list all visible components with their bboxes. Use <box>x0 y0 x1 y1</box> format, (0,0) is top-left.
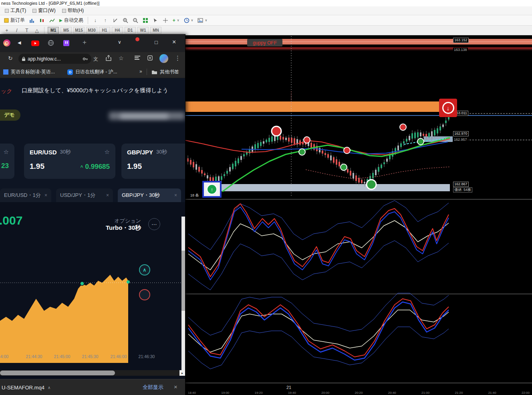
share-icon[interactable] <box>106 55 111 61</box>
instagram-tab-icon[interactable] <box>3 39 10 47</box>
translate-icon[interactable]: 文 <box>93 56 98 63</box>
new-tab-button[interactable]: + <box>83 38 87 47</box>
close-tab-icon[interactable]: × <box>171 192 177 198</box>
toolbar-separator <box>88 17 88 24</box>
cross-tool-button[interactable]: + <box>2 26 11 34</box>
candle-chart-button[interactable] <box>38 16 46 24</box>
time-tick: 20:20 <box>355 391 363 395</box>
favorite-star-icon[interactable]: ☆ <box>4 148 9 156</box>
time-tick: 21:44:30 <box>26 354 42 359</box>
bookmarks-overflow-chevron[interactable]: » <box>139 69 142 74</box>
demo-mode-badge: デモ <box>0 109 20 121</box>
other-bookmarks-folder[interactable]: 其他书签 <box>151 69 179 75</box>
tile-windows-button[interactable] <box>141 16 150 24</box>
guppy-indicator-label[interactable]: guppy OFF <box>247 39 282 47</box>
scale-tool-button[interactable] <box>111 16 120 24</box>
price-label: 162.867 <box>453 182 469 187</box>
arrow-down-tool-button[interactable]: ↓ <box>91 16 100 24</box>
highlow-app-content: ック 口座開設をして、¥5000のキャッシュバックを獲得しよう デモ ☆ 23 … <box>0 78 185 379</box>
close-shelf-button[interactable]: × <box>174 383 177 390</box>
timeframe-m1[interactable]: M1 <box>48 27 59 34</box>
auto-trading-button[interactable]: ▶ 自动交易 <box>58 16 85 24</box>
period-button[interactable]: ∨ <box>182 16 195 24</box>
scroll-up-button[interactable]: ∧ <box>139 264 150 275</box>
mt4-chart-area[interactable]: guppy OFF 163.152 163.138 163.011 162.97… <box>185 35 532 395</box>
menu-tools[interactable]: 工具(T) <box>2 6 28 15</box>
instrument-card-gbpjpy[interactable]: GBP/JPY 30秒 1.95 ^16 <box>121 144 185 179</box>
option-type-label: Turbo・30秒 <box>72 224 141 232</box>
scroll-down-button[interactable] <box>139 289 150 300</box>
arrow-down-tool-icon: ↓ <box>94 18 97 23</box>
card-duration: 30秒 <box>60 148 71 156</box>
right-arrow-icon: ▸ <box>181 371 183 375</box>
horizontal-scrollbar[interactable] <box>0 370 179 376</box>
dropdown-chevron-icon: ∨ <box>205 18 207 22</box>
password-key-icon[interactable] <box>83 57 88 61</box>
time-tick: 20:00 <box>321 391 329 395</box>
chart-tab-eurusd[interactable]: EUR/USD・1分× <box>0 188 51 202</box>
timeframe-m30[interactable]: M30 <box>86 27 97 34</box>
add-indicator-button[interactable]: +∨ <box>171 16 181 24</box>
scrollbar-thumb[interactable] <box>0 371 115 375</box>
chart-tab-gbpjpy[interactable]: GBP/JPY・30秒× <box>118 188 181 202</box>
browser-menu-kebab-icon[interactable]: ⋮ <box>175 55 181 62</box>
instrument-card-partial[interactable]: ☆ 23 <box>0 144 14 179</box>
trendline-tool-button[interactable]: / <box>12 26 21 34</box>
cursor-tool-button[interactable] <box>151 16 160 24</box>
bookmark-favicon <box>3 69 8 75</box>
template-button[interactable]: ∨ <box>196 16 209 24</box>
url-omnibox[interactable]: app.highlow.c... <box>18 54 91 64</box>
timeframe-d1[interactable]: D1 <box>125 27 136 34</box>
youtube-tab-icon[interactable] <box>31 41 39 46</box>
time-tick: 21:20 <box>455 391 463 395</box>
instrument-card-eurusd[interactable]: EUR/USD 30秒 ☆ 1.95 ^0.99685 <box>24 144 115 179</box>
globe-tab-icon[interactable] <box>48 40 54 46</box>
crosshair-tool-button[interactable] <box>161 16 170 24</box>
download-expand-chevron-icon[interactable]: ∧ <box>48 385 50 390</box>
menu-help[interactable]: 帮助(H) <box>60 6 87 15</box>
play-icon: ▶ <box>59 18 62 22</box>
bookmark-item[interactable]: D 日语在线翻译 - 沪... <box>67 69 117 75</box>
extension-icon[interactable] <box>147 55 153 61</box>
bookmark-favicon: D <box>67 69 73 75</box>
new-order-button[interactable]: 新订单 <box>2 16 26 24</box>
zoom-in-button[interactable] <box>121 16 130 24</box>
timeframe-m5[interactable]: M5 <box>60 27 72 34</box>
bookmark-item[interactable]: 英语音标朗读-英语... <box>3 69 55 75</box>
card-duration: 30秒 <box>156 148 167 156</box>
favorite-star-icon[interactable]: ☆ <box>105 148 110 156</box>
bookmark-star-icon[interactable]: ☆ <box>119 55 124 61</box>
close-window-button[interactable]: × <box>172 38 176 46</box>
close-tab-icon[interactable]: × <box>41 192 47 198</box>
window-icon <box>32 9 36 13</box>
show-all-downloads-button[interactable]: 全部显示 <box>143 384 163 391</box>
text-tool-button[interactable]: T <box>22 26 31 34</box>
audio-tab-icon[interactable]: ◀ <box>18 40 21 45</box>
timeframe-m15[interactable]: M15 <box>73 27 85 34</box>
shape-tool-button[interactable]: △ <box>32 26 41 34</box>
maximize-button[interactable]: □ <box>155 39 158 45</box>
timeframe-w1[interactable]: W1 <box>137 27 149 34</box>
chart-bars-button[interactable] <box>28 16 36 24</box>
timeframe-mn[interactable]: MN <box>150 27 161 34</box>
close-tab-icon[interactable]: × <box>103 192 109 198</box>
downloaded-file-button[interactable]: U-SEMAFOR.mq4 ∧ <box>2 383 50 392</box>
more-options-button[interactable]: ⋯ <box>148 218 160 230</box>
profile-avatar[interactable] <box>159 54 168 63</box>
arrow-up-tool-button[interactable]: ↑ <box>101 16 110 24</box>
scrollbar-thumb[interactable] <box>181 251 185 311</box>
reading-list-icon[interactable] <box>135 55 140 60</box>
zoom-out-button[interactable] <box>131 16 140 24</box>
tab-search-chevron-icon[interactable]: ∨ <box>118 39 121 45</box>
price-label: 162.957 <box>453 138 468 142</box>
twitch-tab-icon[interactable] <box>63 40 69 46</box>
reload-button[interactable]: ↻ <box>8 55 13 61</box>
chart-tab-usdjpy[interactable]: USD/JPY・1分× <box>56 188 113 202</box>
line-chart-button[interactable] <box>48 16 56 24</box>
vertical-scrollbar[interactable] <box>181 217 185 370</box>
timeframe-h4[interactable]: H4 <box>112 27 123 34</box>
scroll-right-button[interactable]: ▸ <box>179 370 185 376</box>
timeframe-h1[interactable]: H1 <box>99 27 110 34</box>
menu-window[interactable]: 窗口(W) <box>30 6 58 15</box>
price-area-chart[interactable] <box>0 251 185 365</box>
